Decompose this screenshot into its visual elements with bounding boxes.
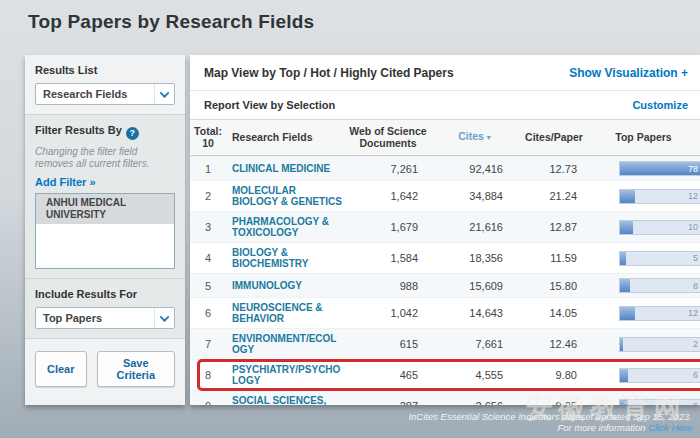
report-view-title: Report View by Selection	[204, 99, 335, 111]
row-documents: 1,584	[344, 252, 432, 264]
top-papers-bar: 8	[591, 278, 700, 293]
results-list-select[interactable]: Research Fields	[35, 83, 175, 105]
sidebar-buttons: Clear Save Criteria	[25, 339, 185, 399]
bar-value-label: 12	[688, 307, 698, 320]
row-rank: 9	[190, 400, 226, 405]
sort-caret-icon: ▾	[487, 133, 491, 142]
table-row: 4 BIOLOGY & BIOCHEMISTRY 1,584 18,356 11…	[190, 242, 700, 273]
row-documents: 988	[344, 280, 432, 292]
bar-value-label: 10	[688, 221, 698, 234]
bar-track: 10	[619, 220, 700, 235]
row-documents: 465	[344, 369, 432, 381]
row-rank: 8	[190, 369, 226, 381]
row-cites: 7,661	[432, 338, 517, 350]
row-cites-per-paper: 12.87	[517, 221, 591, 233]
column-header-cites[interactable]: Cites ▾	[432, 130, 517, 144]
table-header: Total: 10 Research Fields Web of Science…	[190, 120, 700, 156]
results-list-label: Results List	[35, 64, 175, 76]
bar-track: 2	[619, 337, 700, 352]
research-field-link[interactable]: MOLECULAR BIOLOGY & GENETICS	[226, 185, 344, 207]
results-list-section: Results List Research Fields	[25, 55, 185, 115]
row-cites: 18,356	[432, 252, 517, 264]
row-rank: 7	[190, 338, 226, 350]
column-header-research-fields: Research Fields	[226, 131, 344, 143]
row-cites-per-paper: 21.24	[517, 190, 591, 202]
research-field-link[interactable]: NEUROSCIENCE & BEHAVIOR	[226, 302, 344, 324]
research-field-link[interactable]: IMMUNOLOGY	[226, 280, 344, 291]
row-cites: 14,643	[432, 307, 517, 319]
more-info-text: For more information Click Here	[408, 422, 692, 433]
bar-fill	[620, 338, 623, 351]
customize-link[interactable]: Customize	[632, 99, 688, 111]
row-cites: 15,609	[432, 280, 517, 292]
row-documents: 1,042	[344, 307, 432, 319]
column-header-top-papers: Top Papers	[591, 131, 700, 143]
row-cites-per-paper: 12.73	[517, 163, 591, 175]
row-rank: 3	[190, 221, 226, 233]
research-field-link[interactable]: PSYCHIATRY/PSYCHOLOGY	[226, 364, 344, 386]
save-criteria-button[interactable]: Save Criteria	[97, 351, 175, 387]
include-results-section: Include Results For Top Papers	[25, 279, 185, 339]
row-documents: 287	[344, 400, 432, 405]
research-field-link[interactable]: BIOLOGY & BIOCHEMISTRY	[226, 247, 344, 269]
top-papers-bar: 5	[591, 251, 700, 266]
dataset-updated-text: InCites Essential Science Indicators dat…	[408, 411, 692, 422]
row-documents: 615	[344, 338, 432, 350]
results-list-value: Research Fields	[43, 88, 127, 100]
row-cites-per-paper: 15.80	[517, 280, 591, 292]
table-row: 5 IMMUNOLOGY 988 15,609 15.80 8	[190, 273, 700, 297]
column-header-wos-documents: Web of ScienceDocuments	[344, 125, 432, 149]
bar-track: 78	[619, 161, 700, 176]
include-results-value: Top Papers	[43, 312, 102, 324]
research-field-link[interactable]: SOCIAL SCIENCES, GENERAL	[226, 395, 344, 405]
bar-track: 6	[619, 368, 700, 383]
chevron-down-icon	[154, 84, 174, 104]
add-filter-link[interactable]: Add Filter »	[35, 176, 175, 188]
row-rank: 2	[190, 190, 226, 202]
row-cites-per-paper: 12.46	[517, 338, 591, 350]
show-visualization-link[interactable]: Show Visualization +	[569, 66, 688, 80]
total-count-header: Total: 10	[190, 125, 226, 149]
row-cites: 2,656	[432, 400, 517, 405]
include-results-label: Include Results For	[35, 288, 175, 300]
table-rows: 1 CLINICAL MEDICINE 7,261 92,416 12.73 7…	[190, 156, 700, 405]
row-cites: 34,884	[432, 190, 517, 202]
top-papers-bar: 12	[591, 306, 700, 321]
bar-fill	[620, 307, 635, 320]
bar-value-label: 12	[688, 190, 698, 203]
research-field-link[interactable]: ENVIRONMENT/ECOLOGY	[226, 333, 344, 355]
bar-fill	[620, 221, 633, 234]
row-documents: 1,679	[344, 221, 432, 233]
column-header-cites-per-paper: Cites/Paper	[517, 131, 591, 143]
bar-value-label: 78	[688, 162, 698, 175]
table-row: 7 ENVIRONMENT/ECOLOGY 615 7,661 12.46 2	[190, 328, 700, 359]
filter-listbox[interactable]: ANHUI MEDICAL UNIVERSITY	[35, 193, 175, 269]
main-panel: Map View by Top / Hot / Highly Cited Pap…	[190, 55, 700, 405]
research-field-link[interactable]: PHARMACOLOGY & TOXICOLOGY	[226, 216, 344, 238]
row-cites: 92,416	[432, 163, 517, 175]
bar-value-label: 6	[693, 369, 698, 382]
clear-button[interactable]: Clear	[35, 351, 87, 387]
row-rank: 1	[190, 163, 226, 175]
row-cites-per-paper: 14.05	[517, 307, 591, 319]
filter-item-anhui-medical-university[interactable]: ANHUI MEDICAL UNIVERSITY	[36, 194, 174, 224]
top-papers-bar: 78	[591, 161, 700, 176]
bar-value-label: 8	[693, 279, 698, 292]
top-papers-bar: 12	[591, 189, 700, 204]
bar-fill	[620, 190, 635, 203]
click-here-link[interactable]: Click Here	[648, 422, 692, 433]
include-results-select[interactable]: Top Papers	[35, 307, 175, 329]
bar-track: 8	[619, 278, 700, 293]
map-view-header: Map View by Top / Hot / Highly Cited Pap…	[190, 55, 700, 91]
bar-value-label: 2	[693, 338, 698, 351]
research-field-link[interactable]: CLINICAL MEDICINE	[226, 163, 344, 174]
bar-track: 5	[619, 251, 700, 266]
row-cites-per-paper: 9.80	[517, 369, 591, 381]
row-cites: 4,555	[432, 369, 517, 381]
row-documents: 7,261	[344, 163, 432, 175]
help-icon[interactable]: ?	[126, 127, 139, 140]
table-row: 2 MOLECULAR BIOLOGY & GENETICS 1,642 34,…	[190, 180, 700, 211]
filter-by-label: Filter Results By?	[35, 124, 175, 140]
bar-fill	[620, 252, 626, 265]
map-view-title: Map View by Top / Hot / Highly Cited Pap…	[204, 66, 454, 80]
